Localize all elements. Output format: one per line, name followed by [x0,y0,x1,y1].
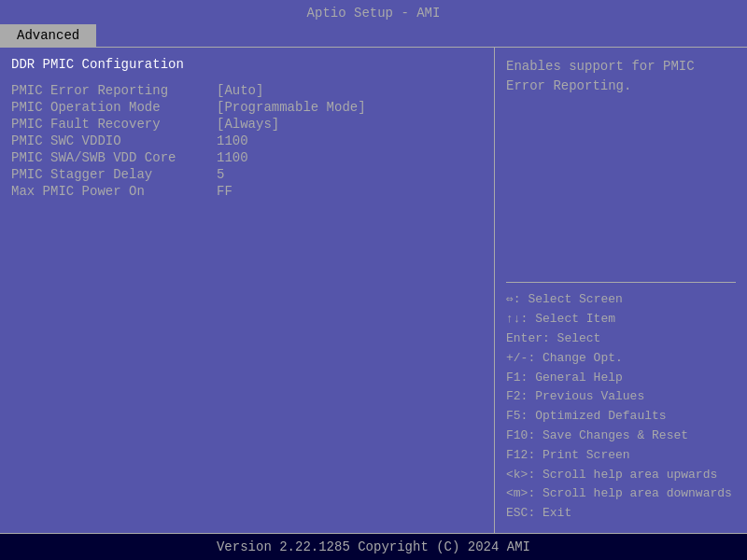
table-row: PMIC Operation Mode [Programmable Mode] [11,100,483,115]
tab-advanced[interactable]: Advanced [0,24,96,47]
main-content: DDR PMIC Configuration PMIC Error Report… [0,48,747,533]
nav-bar: Advanced [0,24,747,48]
config-label-6: Max PMIC Power On [11,184,217,199]
footer-text: Version 2.22.1285 Copyright (C) 2024 AMI [217,539,530,554]
key-help-item: F5: Optimized Defaults [506,407,736,427]
table-row: PMIC Stagger Delay 5 [11,167,483,182]
divider [506,282,736,283]
config-value-2: [Always] [217,117,279,132]
key-help-item: ↑↓: Select Item [506,310,736,329]
key-help-item: F1: General Help [506,369,736,388]
config-rows: PMIC Error Reporting [Auto] PMIC Operati… [11,83,483,199]
key-help-item: +/-: Change Opt. [506,349,736,369]
config-value-1: [Programmable Mode] [217,100,366,115]
config-label-0: PMIC Error Reporting [11,83,217,98]
config-value-4: 1100 [217,150,248,165]
config-value-5: 5 [217,167,224,182]
table-row: PMIC Fault Recovery [Always] [11,117,483,132]
table-row: PMIC SWC VDDIO 1100 [11,133,483,148]
config-label-3: PMIC SWC VDDIO [11,133,217,148]
key-help-item: ⇔: Select Screen [506,290,736,310]
key-help-item: <k>: Scroll help area upwards [506,466,736,485]
config-label-5: PMIC Stagger Delay [11,167,217,182]
key-help-item: ESC: Exit [506,504,736,524]
config-label-4: PMIC SWA/SWB VDD Core [11,150,217,165]
key-help-item: F10: Save Changes & Reset [506,427,736,446]
key-help-item: F2: Previous Values [506,387,736,407]
key-help-list: ⇔: Select Screen↑↓: Select ItemEnter: Se… [506,290,736,524]
config-label-1: PMIC Operation Mode [11,100,217,115]
title-bar: Aptio Setup - AMI [0,0,747,24]
config-value-3: 1100 [217,133,248,148]
key-help-item: F12: Print Screen [506,446,736,466]
footer: Version 2.22.1285 Copyright (C) 2024 AMI [0,533,747,560]
config-label-2: PMIC Fault Recovery [11,117,217,132]
table-row: PMIC SWA/SWB VDD Core 1100 [11,150,483,165]
config-value-0: [Auto] [217,83,263,98]
section-title: DDR PMIC Configuration [11,57,483,72]
table-row: PMIC Error Reporting [Auto] [11,83,483,98]
help-description: Enables support for PMIC Error Reporting… [506,57,736,96]
key-help-item: <m>: Scroll help area downwards [506,484,736,504]
key-help-item: Enter: Select [506,329,736,349]
config-value-6: FF [217,184,233,199]
left-panel: DDR PMIC Configuration PMIC Error Report… [0,48,495,533]
app-title: Aptio Setup - AMI [307,6,441,21]
table-row: Max PMIC Power On FF [11,184,483,199]
right-panel: Enables support for PMIC Error Reporting… [495,48,747,533]
